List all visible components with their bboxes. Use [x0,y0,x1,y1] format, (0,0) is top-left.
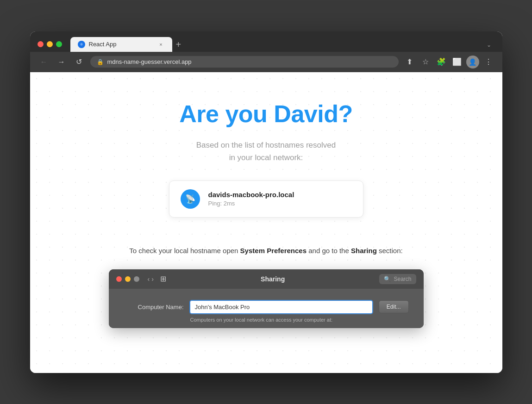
tab-title: React App [89,41,154,48]
computer-name-label: Computer Name: [124,304,184,311]
tab-bar: ⚛ React App × + ⌄ [70,37,495,52]
instruction-system-prefs: System Preferences [240,247,307,255]
address-bar[interactable]: 🔒 mdns-name-guesser.vercel.app [90,56,399,68]
sys-prefs-minimize-light [125,276,131,282]
computer-name-input[interactable] [189,300,373,314]
instruction-prefix: To check your local hostname open [129,247,240,255]
sys-prefs-grid-button[interactable]: ⊞ [160,274,166,283]
sys-prefs-traffic-lights [116,276,139,282]
instruction-middle: and go to the [307,247,351,255]
sys-prefs-close-light [116,276,122,282]
back-button[interactable]: ← [38,56,50,68]
hostname-card: 📡 davids-macbook-pro.local Ping: 2ms [169,180,363,218]
tab-favicon-icon: ⚛ [78,41,85,48]
more-button[interactable]: ⋮ [482,56,495,68]
edit-button[interactable]: Edit... [379,300,409,313]
browser-window: ⚛ React App × + ⌄ ← → ↺ 🔒 mdns-name-gues… [30,31,502,373]
sys-prefs-search[interactable]: 🔍 Search [379,274,416,284]
forward-button[interactable]: → [55,56,68,68]
lock-icon: 🔒 [97,59,104,65]
page-content: Are you David? Based on the list of host… [30,72,502,373]
instruction-sharing: Sharing [351,247,377,255]
hostname-info: davids-macbook-pro.local Ping: 2ms [208,191,294,207]
traffic-lights [38,41,62,47]
sys-prefs-window: ‹ › ⊞ Sharing 🔍 Search Computer Name: Ed… [109,269,424,328]
active-tab[interactable]: ⚛ React App × [70,37,172,52]
sys-prefs-title: Sharing [171,275,375,283]
computer-name-row: Computer Name: Edit... [124,300,409,314]
extensions-button[interactable]: 🧩 [435,56,448,68]
sys-prefs-titlebar: ‹ › ⊞ Sharing 🔍 Search [109,269,424,289]
bookmark-button[interactable]: ☆ [419,56,432,68]
search-icon: 🔍 [384,276,391,282]
split-view-button[interactable]: ⬜ [451,56,463,68]
page-inner: Are you David? Based on the list of host… [30,72,502,347]
hostname-ping: Ping: 2ms [208,200,294,207]
sys-prefs-nav: ‹ › [148,275,154,283]
sys-prefs-forward-button[interactable]: › [151,275,154,283]
toolbar: ← → ↺ 🔒 mdns-name-guesser.vercel.app ⬆ ☆… [30,52,502,72]
wifi-symbol-icon: 📡 [185,195,195,203]
wifi-icon: 📡 [181,189,200,209]
new-tab-button[interactable]: + [172,40,185,52]
tab-close-button[interactable]: × [157,41,165,48]
maximize-traffic-light[interactable] [56,41,62,47]
toolbar-actions: ⬆ ☆ 🧩 ⬜ 👤 ⋮ [403,56,495,68]
sys-prefs-back-button[interactable]: ‹ [148,275,150,283]
close-traffic-light[interactable] [38,41,44,47]
sys-prefs-body: Computer Name: Edit... Computers on your… [109,289,424,328]
subtitle: Based on the list of hostnames resolved … [196,139,336,164]
url-text: mdns-name-guesser.vercel.app [107,58,392,65]
subtitle-line2: in your local network: [229,153,303,162]
instruction-text: To check your local hostname open System… [129,245,402,256]
profile-avatar-button[interactable]: 👤 [466,56,479,68]
subtitle-line1: Based on the list of hostnames resolved [196,141,336,149]
sys-prefs-maximize-light [134,276,139,282]
minimize-traffic-light[interactable] [47,41,53,47]
reload-button[interactable]: ↺ [73,56,86,68]
search-placeholder: Search [394,276,411,282]
share-button[interactable]: ⬆ [403,56,416,68]
tab-overflow-button[interactable]: ⌄ [483,42,495,52]
computer-name-subtext: Computers on your local network can acce… [190,317,409,328]
title-bar: ⚛ React App × + ⌄ [30,31,502,52]
hostname-name: davids-macbook-pro.local [208,191,294,199]
instruction-suffix: section: [377,247,403,255]
main-heading: Are you David? [179,100,352,128]
